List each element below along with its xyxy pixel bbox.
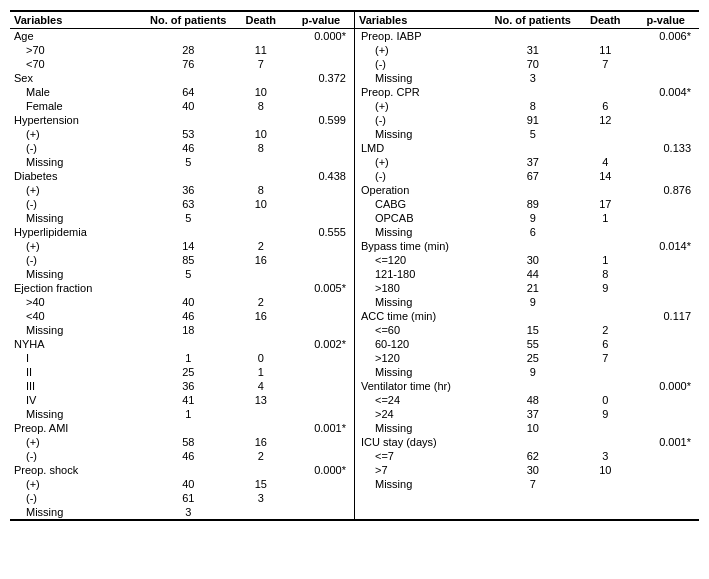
pvalue-left: 0.000*	[288, 29, 354, 44]
death-count-right	[578, 141, 632, 155]
death-count-right	[578, 29, 632, 44]
table-row: (-)6310CABG8917	[10, 197, 699, 211]
patient-count-right: 89	[487, 197, 578, 211]
patient-count-left: 18	[143, 323, 234, 337]
pvalue-right	[632, 267, 699, 281]
death-count-left: 16	[234, 435, 288, 449]
variable-name-left: (-)	[10, 449, 143, 463]
death-count-left	[234, 211, 288, 225]
variable-name-right: (-)	[354, 169, 487, 183]
pvalue-right	[632, 505, 699, 520]
patient-count-right: 62	[487, 449, 578, 463]
pvalue-right	[632, 113, 699, 127]
variable-name-right: (+)	[354, 43, 487, 57]
table-row: (-)613	[10, 491, 699, 505]
death-count-right	[578, 491, 632, 505]
variable-name-right: <=60	[354, 323, 487, 337]
variable-name-left: Preop. shock	[10, 463, 143, 477]
table-row: (+)368Operation0.876	[10, 183, 699, 197]
pvalue-right	[632, 169, 699, 183]
pvalue-left	[288, 211, 354, 225]
variable-name-left: <70	[10, 57, 143, 71]
table-row: Missing5(+)374	[10, 155, 699, 169]
variable-name-left: (+)	[10, 183, 143, 197]
patient-count-left: 61	[143, 491, 234, 505]
death-count-right: 9	[578, 281, 632, 295]
pvalue-right	[632, 365, 699, 379]
death-count-right: 11	[578, 43, 632, 57]
variable-name-right: Missing	[354, 295, 487, 309]
death-count-left	[234, 155, 288, 169]
death-count-right	[578, 477, 632, 491]
death-count-left: 7	[234, 57, 288, 71]
patient-count-right	[487, 29, 578, 44]
pvalue-left	[288, 407, 354, 421]
patient-count-right	[487, 85, 578, 99]
patient-count-left: 36	[143, 379, 234, 393]
variable-name-left: <40	[10, 309, 143, 323]
pvalue-left	[288, 323, 354, 337]
table-row: (+)5816ICU stay (days)0.001*	[10, 435, 699, 449]
death-count-right: 1	[578, 253, 632, 267]
pvalue-right	[632, 211, 699, 225]
pvalue-left	[288, 309, 354, 323]
table-row: >40402Missing9	[10, 295, 699, 309]
patient-count-right: 9	[487, 365, 578, 379]
pvalue-right: 0.004*	[632, 85, 699, 99]
pvalue-right	[632, 155, 699, 169]
table-row: IV4113<=24480	[10, 393, 699, 407]
pvalue-left: 0.438	[288, 169, 354, 183]
death-count-left: 10	[234, 197, 288, 211]
variable-name-right: Missing	[354, 365, 487, 379]
patient-count-right: 31	[487, 43, 578, 57]
patient-count-left: 5	[143, 267, 234, 281]
death-count-right	[578, 435, 632, 449]
patient-count-right: 30	[487, 463, 578, 477]
variable-name-right: <=7	[354, 449, 487, 463]
variable-name-left: I	[10, 351, 143, 365]
death-count-right: 14	[578, 169, 632, 183]
patient-count-right: 8	[487, 99, 578, 113]
variable-name-left: Female	[10, 99, 143, 113]
variable-name-right: OPCAB	[354, 211, 487, 225]
variable-name-right: Missing	[354, 421, 487, 435]
variable-name-left: Missing	[10, 155, 143, 169]
variable-name-left: Sex	[10, 71, 143, 85]
pvalue-left	[288, 141, 354, 155]
death-count-left	[234, 421, 288, 435]
death-count-left: 16	[234, 309, 288, 323]
patient-count-right: 15	[487, 323, 578, 337]
patient-count-right: 48	[487, 393, 578, 407]
death-count-right	[578, 225, 632, 239]
variable-name-right: 60-120	[354, 337, 487, 351]
table-row: Ejection fraction0.005*>180219	[10, 281, 699, 295]
variable-name-right: <=120	[354, 253, 487, 267]
death-count-right	[578, 505, 632, 520]
table-row: Female408(+)86	[10, 99, 699, 113]
pvalue-right	[632, 449, 699, 463]
death-count-left	[234, 169, 288, 183]
variable-name-right: (-)	[354, 57, 487, 71]
death-count-right: 12	[578, 113, 632, 127]
patient-count-right: 30	[487, 253, 578, 267]
patient-count-right	[487, 183, 578, 197]
pvalue-right	[632, 253, 699, 267]
death-count-left: 1	[234, 365, 288, 379]
pvalue-right: 0.014*	[632, 239, 699, 253]
variable-name-left: Missing	[10, 407, 143, 421]
variable-name-right: 121-180	[354, 267, 487, 281]
variable-name-left: >40	[10, 295, 143, 309]
pvalue-right	[632, 225, 699, 239]
patient-count-left: 46	[143, 141, 234, 155]
pvalue-right	[632, 463, 699, 477]
patient-count-left	[143, 281, 234, 295]
death-count-right: 4	[578, 155, 632, 169]
table-row: (+)4015Missing7	[10, 477, 699, 491]
patient-count-right	[487, 239, 578, 253]
pvalue-left	[288, 505, 354, 520]
death-count-right: 0	[578, 393, 632, 407]
variable-name-left: (-)	[10, 197, 143, 211]
variable-name-right: Preop. IABP	[354, 29, 487, 44]
death-count-left: 11	[234, 43, 288, 57]
death-count-left: 3	[234, 491, 288, 505]
